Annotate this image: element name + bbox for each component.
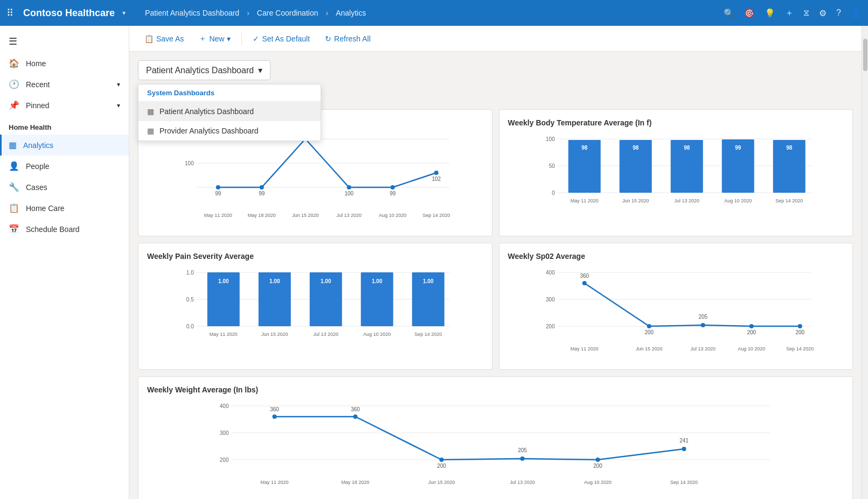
svg-text:1.00: 1.00	[269, 278, 280, 284]
svg-point-9	[391, 185, 395, 189]
temperature-chart-title: Weekly Body Temperature Average (In f)	[508, 118, 844, 127]
schedule-icon: 📅	[9, 224, 19, 234]
scroll-thumb[interactable]	[863, 39, 867, 71]
dropdown-menu-header: System Dashboards	[138, 85, 321, 102]
dropdown-item-patient[interactable]: ▦ Patient Analytics Dashboard	[138, 102, 321, 121]
home-care-icon: 📋	[9, 203, 19, 213]
svg-text:Jul 13 2020: Jul 13 2020	[674, 198, 699, 203]
spo2-chart-card: Weekly Sp02 Average 400 300 200	[499, 243, 853, 370]
recent-icon: 🕐	[9, 79, 19, 89]
pain-severity-chart: 1.0 0.5 0.0 1.00 1.00 1.00	[147, 267, 483, 361]
svg-text:Jul 13 2020: Jul 13 2020	[510, 480, 535, 485]
sidebar-item-people[interactable]: 👤 People	[0, 156, 129, 177]
sidebar-item-analytics[interactable]: ▦ Analytics	[0, 135, 129, 156]
svg-text:100: 100	[185, 160, 194, 166]
app-chevron-icon[interactable]: ▾	[122, 9, 126, 17]
new-button[interactable]: ＋ New ▾	[192, 31, 237, 47]
refresh-all-button[interactable]: ↻ Refresh All	[318, 31, 377, 46]
app-name: Contoso Healthcare	[23, 8, 115, 19]
svg-text:Aug 10 2020: Aug 10 2020	[738, 346, 765, 352]
svg-text:99: 99	[215, 191, 221, 196]
weight-chart-card: Weekly Weight Average (In lbs) 400 300 2…	[138, 376, 853, 499]
settings-icon[interactable]: ⚙	[819, 8, 827, 18]
scrollbar[interactable]	[862, 26, 868, 499]
new-chevron-icon: ▾	[227, 34, 231, 43]
lightbulb-icon[interactable]: 💡	[765, 8, 775, 18]
new-label: New	[209, 34, 224, 43]
heartrate-svg: 110 100	[147, 133, 483, 225]
dashboard-item-icon-1: ▦	[147, 107, 154, 116]
sidebar-recent-label: Recent	[26, 80, 50, 89]
dashboard-content: Patient Analytics Dashboard ▾ System Das…	[129, 52, 862, 499]
svg-text:Jun 15 2020: Jun 15 2020	[622, 198, 649, 203]
filter-icon[interactable]: ⧖	[803, 8, 809, 18]
nav-care-coordination[interactable]: Care Coordination	[257, 9, 318, 17]
target-icon[interactable]: 🎯	[744, 8, 755, 18]
svg-text:0: 0	[552, 190, 555, 196]
hamburger-icon[interactable]: ☰	[0, 30, 129, 53]
sidebar-item-pinned[interactable]: 📌 Pinned ▾	[0, 95, 129, 116]
help-icon[interactable]: ?	[836, 8, 841, 18]
dashboard-dropdown-menu: System Dashboards ▦ Patient Analytics Da…	[138, 84, 321, 141]
svg-point-74	[749, 324, 753, 328]
user-icon[interactable]: 👤	[851, 8, 862, 18]
nav-home-health[interactable]: Patient Analytics Dashboard	[145, 9, 239, 17]
sidebar-home-care-label: Home Care	[26, 204, 65, 213]
nav-separator2: ›	[325, 9, 328, 17]
toolbar: 📋 Save As ＋ New ▾ ✓ Set As Default ↻ Ref…	[129, 26, 862, 52]
svg-text:99: 99	[735, 145, 741, 151]
sidebar-item-recent[interactable]: 🕐 Recent ▾	[0, 74, 129, 95]
svg-text:Aug 10 2020: Aug 10 2020	[724, 198, 752, 203]
toolbar-divider1	[241, 32, 242, 45]
svg-text:May 11 2020: May 11 2020	[210, 332, 238, 337]
dropdown-item-provider[interactable]: ▦ Provider Analytics Dashboard	[138, 121, 321, 140]
svg-text:Sep 14 2020: Sep 14 2020	[422, 213, 450, 218]
svg-text:Jun 15 2020: Jun 15 2020	[428, 480, 455, 485]
sidebar-section-home-health: Home Health	[0, 116, 129, 135]
dashboard-dropdown-button[interactable]: Patient Analytics Dashboard ▾	[138, 60, 270, 80]
set-as-default-label: Set As Default	[262, 34, 310, 43]
sidebar-item-home-care[interactable]: 📋 Home Care	[0, 198, 129, 219]
sidebar-schedule-label: Schedule Board	[26, 225, 80, 234]
svg-text:Sep 14 2020: Sep 14 2020	[786, 346, 814, 352]
svg-text:98: 98	[684, 145, 690, 151]
svg-text:Aug 10 2020: Aug 10 2020	[584, 480, 612, 485]
svg-text:99: 99	[390, 191, 396, 196]
svg-text:0.5: 0.5	[186, 297, 194, 303]
set-as-default-button[interactable]: ✓ Set As Default	[246, 31, 316, 46]
add-icon[interactable]: ＋	[785, 8, 794, 19]
sidebar-item-schedule-board[interactable]: 📅 Schedule Board	[0, 219, 129, 240]
top-navigation: ⠿ Contoso Healthcare ▾ Patient Analytics…	[0, 0, 868, 26]
analytics-icon: ▦	[9, 140, 17, 150]
svg-text:300: 300	[546, 297, 555, 303]
svg-text:Jul 13 2020: Jul 13 2020	[336, 213, 362, 218]
search-icon[interactable]: 🔍	[724, 8, 734, 18]
svg-text:Jun 15 2020: Jun 15 2020	[261, 332, 288, 337]
nav-analytics[interactable]: Analytics	[336, 9, 366, 17]
sidebar-item-cases[interactable]: 🔧 Cases	[0, 177, 129, 198]
recent-chevron-icon: ▾	[117, 81, 120, 88]
sidebar-cases-label: Cases	[26, 183, 47, 192]
sidebar-item-home[interactable]: 🏠 Home	[0, 53, 129, 74]
svg-text:205: 205	[518, 447, 527, 453]
svg-point-94	[440, 458, 444, 462]
svg-text:1.00: 1.00	[372, 278, 383, 284]
dropdown-chevron-icon: ▾	[258, 65, 262, 75]
svg-point-93	[353, 414, 358, 419]
svg-text:102: 102	[432, 176, 441, 182]
svg-text:200: 200	[546, 324, 555, 329]
pain-severity-chart-title: Weekly Pain Severity Average	[147, 252, 483, 261]
svg-text:May 11 2020: May 11 2020	[570, 346, 598, 352]
dashboard-selector-label: Patient Analytics Dashboard	[146, 66, 254, 75]
svg-text:May 11 2020: May 11 2020	[260, 480, 288, 485]
content-area: 📋 Save As ＋ New ▾ ✓ Set As Default ↻ Ref…	[129, 26, 862, 499]
svg-point-10	[434, 171, 439, 175]
temperature-svg: 100 50 0 98 98	[508, 133, 844, 225]
sidebar-pinned-label: Pinned	[26, 101, 50, 110]
weight-chart: 400 300 200 360	[147, 400, 844, 494]
app-grid-icon[interactable]: ⠿	[6, 7, 13, 19]
svg-text:1.00: 1.00	[321, 278, 331, 284]
save-as-label: Save As	[156, 34, 184, 43]
spo2-chart: 400 300 200 360 200	[508, 267, 844, 361]
save-as-button[interactable]: 📋 Save As	[138, 31, 190, 46]
